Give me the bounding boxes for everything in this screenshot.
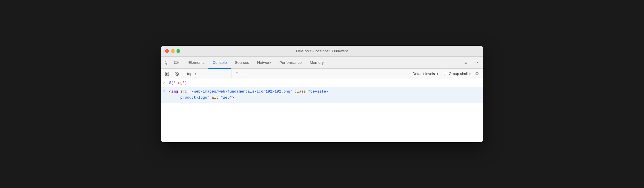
cursor-icon-btn[interactable]	[162, 58, 171, 67]
tag-close: >	[232, 95, 234, 100]
device-icon-btn[interactable]	[172, 58, 181, 67]
svg-rect-0	[174, 61, 177, 64]
gear-icon: ⚙	[475, 71, 479, 76]
console-toolbar: top ▼ Default levels ▼ ✓ Group similar ⚙	[161, 69, 483, 79]
attr-class-name: class	[295, 89, 306, 94]
group-similar-checkbox[interactable]: ✓	[443, 72, 447, 76]
filter-input[interactable]	[234, 72, 409, 76]
console-content: > $('img') < <img src="/web/images/web-f…	[161, 79, 483, 142]
tab-bar-icons	[162, 57, 183, 68]
tag-open: <img	[169, 89, 178, 94]
maximize-button[interactable]	[177, 49, 180, 53]
attr-src-value[interactable]: "/web/images/web-fundamentals-icon192x19…	[189, 89, 292, 94]
block-icon-btn[interactable]	[173, 70, 181, 78]
tab-performance[interactable]: Performance	[275, 57, 306, 69]
play-icon	[165, 72, 169, 76]
device-icon	[174, 60, 179, 65]
attr-alt-value: "Web"	[221, 95, 232, 100]
close-button[interactable]	[165, 49, 169, 53]
group-similar-checkbox-area[interactable]: ✓ Group similar	[443, 72, 471, 76]
input-arrow: >	[163, 81, 169, 85]
traffic-lights	[165, 49, 180, 53]
svg-line-5	[176, 72, 178, 75]
indent	[169, 95, 178, 100]
svg-marker-3	[166, 73, 168, 75]
attr-class-value2: product-logo"	[180, 95, 209, 100]
console-output-content: <img src="/web/images/web-fundamentals-i…	[169, 89, 481, 101]
attr-class-value: "devsite-	[308, 89, 328, 94]
tab-bar-right: » ⋮	[462, 57, 482, 68]
minimize-button[interactable]	[171, 49, 175, 53]
tab-console[interactable]: Console	[208, 57, 231, 69]
show-console-button[interactable]	[163, 70, 171, 78]
cursor-icon	[164, 60, 169, 65]
tab-sources[interactable]: Sources	[231, 57, 253, 69]
title-bar: DevTools - localhost:8080/web/	[161, 46, 483, 57]
tab-memory[interactable]: Memory	[306, 57, 328, 69]
console-input-string: 'img'	[174, 81, 185, 85]
tab-network[interactable]: Network	[253, 57, 275, 69]
devtools-window: DevTools - localhost:8080/web/ Elements …	[161, 46, 483, 142]
attr-src-name: src	[180, 89, 187, 94]
context-arrow: ▼	[194, 72, 197, 75]
svg-rect-1	[177, 62, 178, 63]
settings-button[interactable]: ⚙	[473, 70, 481, 78]
more-tabs-button[interactable]: »	[462, 58, 471, 67]
context-selector[interactable]: top ▼	[185, 70, 231, 78]
window-title: DevTools - localhost:8080/web/	[296, 49, 348, 53]
devtools-menu-button[interactable]: ⋮	[473, 58, 482, 67]
console-output-row: < <img src="/web/images/web-fundamentals…	[161, 87, 483, 103]
attr-alt-name: alt	[212, 95, 218, 100]
levels-selector[interactable]: Default levels ▼	[411, 72, 441, 76]
levels-arrow: ▼	[436, 72, 439, 75]
attr-class-eq: =	[306, 89, 308, 94]
console-input-text: $('img')	[169, 81, 187, 85]
console-input-row: > $('img')	[161, 79, 483, 87]
console-input-content: $('img')	[169, 81, 481, 85]
output-arrow: <	[163, 89, 169, 93]
tab-bar: Elements Console Sources Network Perform…	[161, 57, 483, 69]
tab-elements[interactable]: Elements	[184, 57, 208, 69]
toolbar-divider	[183, 70, 183, 77]
block-icon	[175, 72, 179, 76]
vertical-divider	[472, 59, 472, 66]
